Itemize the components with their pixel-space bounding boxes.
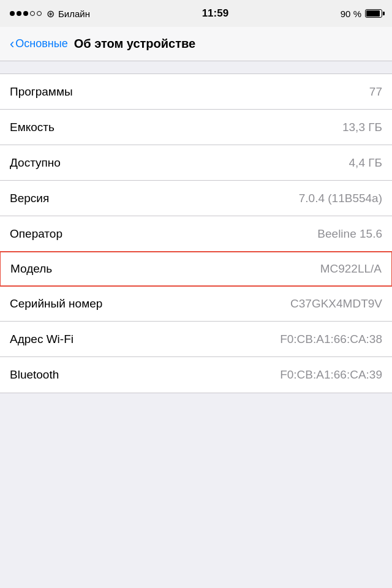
dot-1 [10, 11, 15, 16]
carrier-label: Билайн [58, 9, 90, 19]
chevron-left-icon: ‹ [10, 37, 14, 51]
signal-dots [10, 11, 42, 16]
row-value-wifi: F0:CB:A1:66:CA:38 [280, 333, 382, 346]
table-row: Оператор Beeline 15.6 [0, 216, 392, 252]
dot-5 [37, 11, 42, 16]
page-title: Об этом устройстве [74, 37, 195, 51]
row-value-dostupno: 4,4 ГБ [349, 156, 382, 170]
battery-icon [365, 9, 382, 18]
wifi-icon: ⊛ [47, 8, 55, 20]
row-value-emkost: 13,3 ГБ [342, 121, 382, 134]
row-label-serial: Серийный номер [10, 297, 102, 311]
row-label-operator: Оператор [10, 227, 62, 241]
table-row-model: Модель MC922LL/A [0, 251, 392, 287]
row-label-versiya: Версия [10, 192, 49, 205]
row-value-versiya: 7.0.4 (11B554a) [299, 192, 382, 205]
time-display: 11:59 [202, 7, 228, 20]
row-label-model: Модель [10, 262, 52, 276]
row-label-dostupno: Доступно [10, 156, 61, 170]
dot-4 [30, 11, 35, 16]
status-right: 90 % [341, 9, 382, 19]
table-row: Адрес Wi-Fi F0:CB:A1:66:CA:38 [0, 322, 392, 357]
table-row: Программы 77 [0, 74, 392, 110]
dot-3 [23, 11, 28, 16]
table-row-bluetooth: Bluetooth F0:CB:A1:66:CA:39 [0, 357, 392, 393]
battery-percent-label: 90 % [341, 9, 361, 19]
status-bar: ⊛ Билайн 11:59 90 % [0, 0, 392, 27]
table-row: Емкость 13,3 ГБ [0, 110, 392, 145]
table-row: Серийный номер C37GKX4MDT9V [0, 286, 392, 322]
row-label-emkost: Емкость [10, 121, 55, 134]
battery-icon-container [365, 9, 382, 18]
battery-fill [366, 10, 380, 17]
back-button[interactable]: ‹ Основные [10, 37, 68, 51]
settings-list: Программы 77 Емкость 13,3 ГБ Доступно 4,… [0, 74, 392, 393]
row-value-model: MC922LL/A [320, 262, 382, 276]
table-row: Доступно 4,4 ГБ [0, 145, 392, 181]
info-section: Программы 77 Емкость 13,3 ГБ Доступно 4,… [0, 74, 392, 393]
row-label-programmy: Программы [10, 85, 73, 99]
row-value-operator: Beeline 15.6 [317, 227, 382, 241]
table-row: Версия 7.0.4 (11B554a) [0, 181, 392, 216]
row-label-wifi: Адрес Wi-Fi [10, 333, 74, 346]
row-value-programmy: 77 [369, 85, 382, 99]
back-label: Основные [15, 37, 67, 50]
row-value-serial: C37GKX4MDT9V [290, 297, 382, 311]
row-label-bluetooth: Bluetooth [10, 368, 59, 382]
dot-2 [17, 11, 21, 16]
navigation-bar: ‹ Основные Об этом устройстве [0, 27, 392, 61]
row-value-bluetooth: F0:CB:A1:66:CA:39 [280, 368, 382, 382]
status-left: ⊛ Билайн [10, 8, 90, 20]
